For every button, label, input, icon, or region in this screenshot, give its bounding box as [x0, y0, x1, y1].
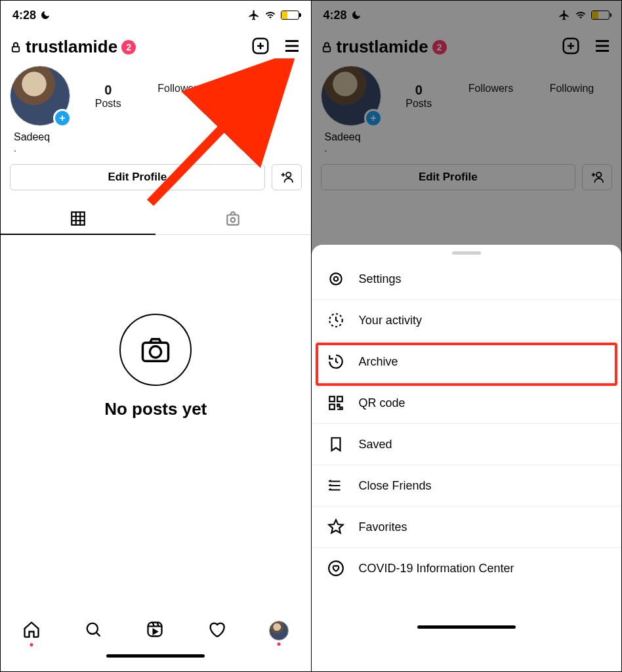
menu-label: Archive	[359, 355, 398, 369]
svg-point-8	[87, 623, 98, 634]
svg-rect-4	[228, 215, 239, 224]
screenshot-right: 4:28 trustlamide 2	[312, 1, 622, 671]
home-indicator	[417, 625, 516, 629]
camera-icon	[138, 333, 173, 367]
menu-label: Settings	[359, 272, 402, 286]
archive-icon	[327, 353, 344, 370]
wifi-icon	[264, 10, 277, 20]
profile-avatar-icon	[269, 621, 289, 640]
tab-grid[interactable]	[1, 203, 156, 235]
heart-icon	[207, 620, 226, 639]
tagged-icon	[224, 211, 241, 228]
nav-home[interactable]	[22, 620, 41, 641]
svg-rect-19	[329, 404, 335, 410]
menu-item-covid[interactable]: COVID-19 Information Center	[312, 548, 622, 589]
svg-point-5	[231, 217, 236, 222]
do-not-disturb-icon	[40, 10, 51, 20]
stat-followers-label: Followers	[157, 83, 202, 94]
nav-activity[interactable]	[207, 620, 226, 641]
create-button[interactable]	[251, 36, 270, 58]
stats-row: 0 Posts Followers Following	[1, 58, 311, 126]
bottom-nav	[1, 615, 311, 671]
menu-label: Favorites	[359, 520, 407, 534]
menu-label: Your activity	[359, 314, 422, 327]
screenshot-left: 4:28 trustlamide 2	[1, 1, 311, 671]
avatar[interactable]	[10, 66, 70, 126]
edit-profile-button[interactable]: Edit Profile	[10, 164, 265, 190]
profile-tabs	[1, 203, 311, 235]
menu-item-settings[interactable]: Settings	[312, 259, 622, 300]
menu-sheet: Settings Your activity Archive QR code S…	[312, 245, 622, 671]
status-bar: 4:28	[1, 1, 311, 30]
svg-point-20	[329, 561, 343, 576]
svg-rect-18	[337, 396, 342, 402]
empty-title: No posts yet	[104, 399, 207, 419]
menu-list: Settings Your activity Archive QR code S…	[312, 259, 622, 589]
home-indicator	[106, 654, 205, 658]
bio-text: .	[1, 143, 311, 160]
lock-icon	[10, 41, 22, 53]
add-story-icon[interactable]	[53, 109, 72, 127]
username[interactable]: trustlamide	[26, 37, 117, 57]
add-person-icon	[280, 170, 294, 184]
stat-following-label: Following	[239, 83, 283, 94]
discover-people-button[interactable]	[272, 164, 302, 190]
menu-item-qr-code[interactable]: QR code	[312, 383, 622, 424]
svg-point-15	[333, 277, 338, 282]
nav-reels[interactable]	[146, 620, 164, 641]
svg-point-7	[150, 346, 161, 358]
display-name: Sadeeq	[1, 126, 311, 143]
battery-icon	[281, 10, 299, 20]
menu-item-your-activity[interactable]: Your activity	[312, 300, 622, 341]
menu-item-favorites[interactable]: Favorites	[312, 507, 622, 548]
stat-posts-count: 0	[95, 83, 121, 98]
menu-item-close-friends[interactable]: Close Friends	[312, 465, 622, 507]
airplane-mode-icon	[248, 9, 260, 21]
stat-followers[interactable]: Followers	[157, 83, 202, 110]
hamburger-icon	[282, 36, 302, 56]
grid-icon	[70, 210, 87, 227]
qrcode-icon	[327, 394, 344, 411]
menu-label: QR code	[359, 396, 405, 410]
home-icon	[22, 620, 41, 639]
settings-icon	[327, 270, 344, 287]
stat-posts[interactable]: 0 Posts	[95, 83, 121, 110]
sheet-handle[interactable]	[452, 251, 481, 255]
menu-button[interactable]	[282, 36, 302, 58]
menu-label: COVID-19 Information Center	[359, 562, 514, 576]
notification-badge: 2	[121, 40, 136, 54]
nav-search[interactable]	[84, 620, 102, 641]
activity-icon	[327, 312, 344, 329]
star-icon	[327, 518, 344, 536]
heart-circle-icon	[327, 560, 344, 577]
menu-label: Close Friends	[359, 479, 432, 493]
status-time: 4:28	[12, 9, 36, 22]
empty-state: No posts yet	[1, 235, 311, 446]
stat-posts-label: Posts	[95, 98, 121, 110]
svg-point-2	[286, 173, 291, 177]
svg-rect-17	[329, 396, 335, 402]
plus-square-icon	[251, 36, 270, 56]
menu-item-archive[interactable]: Archive	[312, 341, 622, 383]
stat-following[interactable]: Following	[239, 83, 283, 110]
menu-label: Saved	[359, 438, 392, 452]
close-friends-icon	[327, 477, 344, 494]
reels-icon	[146, 620, 164, 639]
svg-rect-9	[148, 623, 162, 637]
menu-item-saved[interactable]: Saved	[312, 424, 622, 465]
search-icon	[84, 620, 102, 639]
tab-tagged[interactable]	[156, 203, 310, 235]
profile-header: trustlamide 2	[1, 30, 311, 58]
bookmark-icon	[327, 436, 344, 453]
nav-profile[interactable]	[269, 621, 289, 640]
svg-rect-0	[12, 47, 20, 52]
svg-rect-3	[72, 212, 85, 225]
